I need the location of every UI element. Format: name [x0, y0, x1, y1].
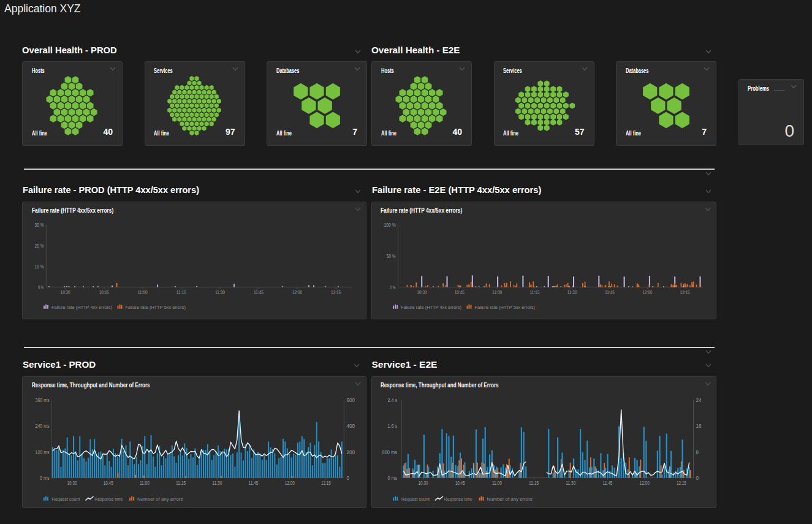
svg-text:Failure rate (HTTP 5xx errors): Failure rate (HTTP 5xx errors): [126, 305, 186, 310]
svg-text:0: 0: [696, 476, 699, 481]
svg-text:11:15: 11:15: [176, 290, 186, 295]
svg-text:10:30: 10:30: [417, 290, 427, 295]
svg-text:11:00: 11:00: [140, 480, 150, 486]
svg-text:12:15: 12:15: [677, 480, 686, 486]
svg-text:Response time: Response time: [94, 496, 123, 502]
svg-text:11:15: 11:15: [529, 290, 539, 295]
svg-text:10:45: 10:45: [455, 480, 465, 486]
svg-text:100 %: 100 %: [384, 222, 395, 228]
svg-text:Number of any errors: Number of any errors: [487, 496, 533, 502]
svg-text:11:30: 11:30: [215, 290, 225, 295]
svg-text:11:30: 11:30: [566, 480, 575, 486]
svg-text:10 %: 10 %: [35, 264, 44, 270]
svg-text:Failure rate (HTTP 4xx errors): Failure rate (HTTP 4xx errors): [401, 305, 461, 310]
svg-text:12:15: 12:15: [321, 480, 331, 486]
svg-text:8: 8: [696, 450, 699, 455]
svg-text:Response time: Response time: [444, 496, 472, 502]
svg-text:1.6 s: 1.6 s: [388, 423, 398, 429]
svg-text:12:15: 12:15: [331, 290, 341, 295]
svg-text:11:45: 11:45: [605, 290, 615, 295]
svg-text:Request count: Request count: [52, 496, 81, 502]
svg-text:10:30: 10:30: [61, 290, 70, 295]
svg-text:24: 24: [696, 398, 702, 403]
svg-text:400: 400: [347, 423, 355, 429]
svg-text:11:00: 11:00: [492, 290, 502, 295]
svg-text:10:45: 10:45: [104, 480, 113, 486]
svg-text:10:30: 10:30: [67, 480, 77, 486]
svg-text:11:45: 11:45: [249, 480, 259, 486]
svg-text:200: 200: [347, 450, 355, 455]
svg-text:Failure rate (HTTP 4xx errors): Failure rate (HTTP 4xx errors): [51, 305, 112, 310]
svg-text:0 %: 0 %: [38, 285, 44, 290]
svg-text:12:00: 12:00: [642, 290, 652, 295]
svg-text:11:30: 11:30: [567, 290, 577, 295]
svg-text:10:45: 10:45: [455, 290, 465, 295]
svg-text:0 ms: 0 ms: [388, 476, 398, 481]
svg-text:0 ms: 0 ms: [40, 476, 50, 481]
svg-text:12:00: 12:00: [640, 480, 650, 486]
svg-text:12:00: 12:00: [292, 290, 302, 295]
svg-text:50 %: 50 %: [387, 254, 396, 259]
svg-text:11:00: 11:00: [138, 290, 148, 295]
svg-text:11:15: 11:15: [529, 480, 539, 486]
svg-text:240 ms: 240 ms: [36, 423, 50, 429]
svg-text:Number of any errors: Number of any errors: [137, 496, 183, 502]
svg-text:20 %: 20 %: [35, 243, 44, 249]
svg-text:600: 600: [347, 398, 355, 403]
svg-text:2.4 s: 2.4 s: [388, 398, 398, 403]
svg-text:11:30: 11:30: [212, 480, 222, 486]
svg-text:12:00: 12:00: [285, 480, 295, 486]
svg-text:11:15: 11:15: [176, 480, 186, 486]
svg-text:Failure rate (HTTP 5xx errors): Failure rate (HTTP 5xx errors): [475, 305, 536, 310]
svg-text:800 ms: 800 ms: [382, 450, 398, 455]
svg-text:11:45: 11:45: [254, 290, 264, 295]
svg-text:10:45: 10:45: [99, 290, 109, 295]
svg-text:Request count: Request count: [401, 496, 430, 502]
svg-text:0 %: 0 %: [390, 285, 396, 290]
svg-text:16: 16: [696, 423, 702, 429]
svg-text:360 ms: 360 ms: [36, 398, 50, 403]
svg-text:30 %: 30 %: [35, 222, 44, 228]
svg-text:120 ms: 120 ms: [36, 450, 50, 455]
svg-text:11:00: 11:00: [492, 480, 502, 486]
svg-text:11:45: 11:45: [603, 480, 613, 486]
svg-text:10:30: 10:30: [419, 480, 428, 486]
svg-text:0: 0: [347, 476, 350, 481]
svg-text:12:15: 12:15: [680, 290, 690, 295]
